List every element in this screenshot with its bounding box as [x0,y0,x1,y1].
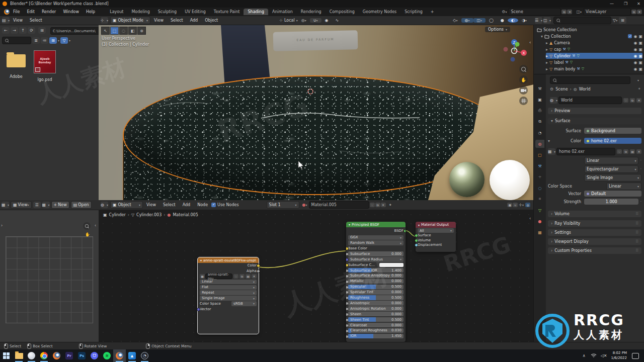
file-browser-menu-view[interactable]: View [10,18,26,23]
menu-help[interactable]: Help [83,10,99,14]
lightroom-sphere-icon[interactable] [25,349,38,362]
tab-object-data[interactable]: ▽ [535,206,544,214]
obs-icon[interactable]: ◔ [138,349,151,362]
snap-icon[interactable]: ∪ [513,203,518,207]
image-zoom-icon[interactable] [83,222,91,230]
menu-render[interactable]: Render [38,10,59,14]
spotify-icon[interactable]: ≋ [101,349,113,362]
tab-output[interactable]: ⎙ [535,107,544,115]
copy-material-icon[interactable]: ⧉ [375,203,380,207]
editor-type-file-browser-icon[interactable]: ▤▾ [2,17,10,24]
disclosure-triangle-icon[interactable]: ▾ [541,34,543,39]
projection-dropdown[interactable]: Equirectangular▾ [584,165,638,173]
material-output-node[interactable]: ▾Material Output All▾ Surface Volume Dis… [416,222,456,252]
select-box-tool-button[interactable]: ⬚ [110,27,119,35]
section-ray-visibility[interactable]: ›Ray Visibility⠿ [548,220,641,227]
workspace-tab-modeling[interactable]: Modeling [127,9,153,15]
shader-menu-add[interactable]: Add [179,203,194,207]
pin-icon[interactable]: ⌖ [638,86,640,92]
create-folder-icon[interactable]: ⊞ [38,27,46,34]
interpolation-dropdown[interactable]: Linear▾ [584,157,638,164]
remove-viewlayer-icon[interactable]: ✕ [637,10,642,14]
fake-user-shield-icon[interactable]: ♡ [370,203,375,207]
output-target-dropdown[interactable]: All▾ [418,228,454,233]
display-size-dropdown[interactable]: ▾ [58,39,59,42]
blender-icon[interactable] [50,349,63,362]
shader-menu-node[interactable]: Node [194,203,211,207]
select-circle-tool-button[interactable]: ◌ [119,27,128,35]
collection-checkbox[interactable]: ✓ [628,34,632,38]
subsurface-anisotropy-slider[interactable]: Subsurface Anisotropy0.000 [348,274,404,279]
tab-texture[interactable]: ▦ [535,228,544,236]
disable-render-camera-icon[interactable]: ▣ [638,60,642,65]
overlay-toggle-icon[interactable]: ◍ [525,203,530,207]
unlink-scene-icon[interactable]: ✕ [567,10,572,14]
material-name-field[interactable]: Material.005 [309,201,369,209]
show-gizmo-icon[interactable]: ◇▾ [449,18,461,23]
outliner-item-cylinder-selected[interactable]: ▸▽ Cylinder ⚒ ▽ ◉ ▣ [546,53,642,59]
workspace-tab-shading[interactable]: Shading [244,9,268,15]
menu-file[interactable]: File [10,10,23,14]
file-explorer-icon[interactable] [13,349,25,362]
image-texture-node[interactable]: ▾ annie-spratt-osuiatBDFkw-unsplash.jpg … [198,257,259,334]
hide-eye-icon[interactable]: ◉ [633,60,637,65]
panel-collapse-arrow[interactable]: ‹ [95,223,96,228]
browse-world-icon[interactable]: ◍▾ [550,97,557,104]
image-datablock-field[interactable]: annie-spratt-osu... [205,274,232,279]
shading-material-preview-icon[interactable]: ◐ [508,18,518,23]
open-folder-icon[interactable]: ▤ [630,149,635,154]
workspace-tab-uv-editing[interactable]: UV Editing [181,9,210,15]
fake-user-shield-icon[interactable]: ♡ [617,149,622,154]
filter-dropdown[interactable]: ▾ [69,39,70,42]
browse-image-icon[interactable]: ▦▾ [42,202,50,208]
back-button[interactable]: ← [2,27,10,34]
display-thumbnails-icon[interactable]: ⊞ [49,37,57,44]
properties-options-dropdown[interactable]: ▾ [637,78,639,82]
unlink-datablock-icon[interactable]: ✕ [636,149,641,154]
color-space-dropdown[interactable]: Linear▾ [606,183,641,190]
outliner-search-input[interactable] [553,17,611,24]
specular-tint-slider[interactable]: Specular Tint0.000 [348,290,404,295]
bsdf-output-socket[interactable] [404,229,406,233]
section-volume[interactable]: ›Volume⠿ [548,211,641,217]
anisotropic-slider[interactable]: Anisotropic0.000 [348,301,404,306]
new-viewlayer-icon[interactable]: ⧉ [631,10,636,14]
outliner-display-mode-icon[interactable]: ◫▾ [543,17,551,24]
editor-type-shader-icon[interactable]: ◍▾ [101,202,108,208]
fake-user-shield-icon[interactable]: ♡ [233,274,238,279]
image-view-menu[interactable]: ▦View▾ [11,201,32,209]
workspace-tab-sculpting[interactable]: Sculpting [154,9,181,15]
select-lasso-tool-button[interactable]: ◧ [128,27,137,35]
slot-image-icon[interactable]: ▦ [507,203,512,207]
filter-funnel-icon[interactable]: ▽ [60,37,68,44]
roughness-slider[interactable]: Roughness0.500 [348,295,404,300]
outliner-item-camera[interactable]: ▸▲ Camera ◉ ▣ [546,40,642,46]
viewport-options-dropdown[interactable]: Options▾ [485,27,510,32]
photoshop-icon[interactable]: Ps [75,349,88,362]
snap-target-dropdown[interactable]: ⊹▾ [518,203,525,207]
transform-orientation-icon[interactable]: ⊹ [279,18,283,23]
viewport-menu-add[interactable]: Add [187,18,202,23]
viewport-zoom-icon[interactable] [519,65,528,73]
tab-physics[interactable]: ◌ [535,184,544,192]
start-button[interactable] [0,349,13,362]
overlays-icon[interactable]: ◍▾ [461,18,473,23]
distribution-dropdown[interactable]: GGX▾ [348,235,404,240]
transform-orientation-selector[interactable]: Local [283,18,296,23]
snap-magnet-icon[interactable]: ∪▾ [310,18,321,23]
proportional-editing-icon[interactable]: ◉ [321,18,332,23]
workspace-tab-texture-paint[interactable]: Texture Paint [210,9,244,15]
metallic-slider[interactable]: Metallic0.000 [348,279,404,284]
photos-icon[interactable]: ▲ [126,349,138,362]
notification-icon[interactable] [632,353,639,359]
falloff-curve-icon[interactable]: ∿ [332,18,343,23]
section-custom-properties[interactable]: ›Custom Properties⠿ [548,247,641,254]
navigation-gizmo[interactable]: Z X [501,38,527,64]
add-workspace-button[interactable]: + [427,9,438,15]
shading-solid-icon[interactable]: ● [497,18,508,23]
fake-user-shield-icon[interactable]: ♡ [623,98,628,103]
section-viewport-display[interactable]: ›Viewport Display⠿ [548,238,641,245]
workspace-tab-compositing[interactable]: Compositing [326,9,359,15]
copy-icon[interactable]: ⧉ [239,274,245,279]
pin-icon[interactable]: ⌖ [386,203,395,208]
